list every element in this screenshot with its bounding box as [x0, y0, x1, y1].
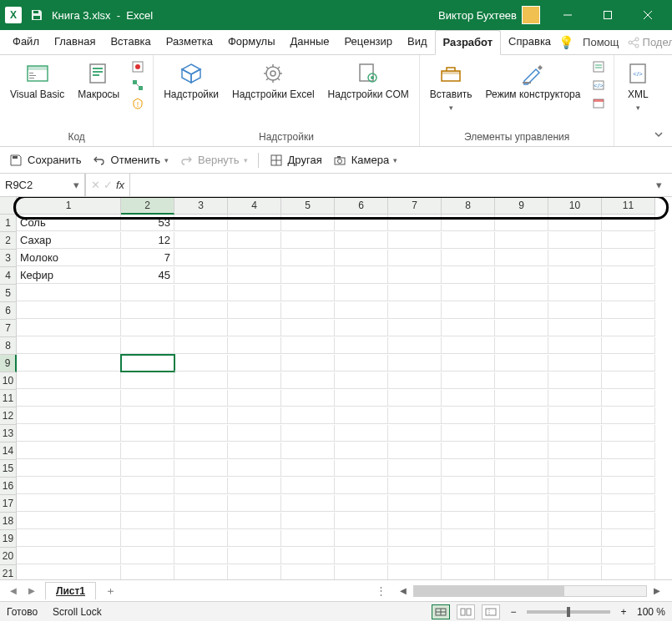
user-account[interactable]: Виктор Бухтеев: [432, 6, 547, 24]
cell[interactable]: [174, 372, 228, 389]
cell[interactable]: [442, 530, 495, 547]
cell[interactable]: [388, 548, 442, 564]
cell[interactable]: [17, 390, 121, 407]
cell[interactable]: [442, 407, 495, 424]
row-header[interactable]: 17: [0, 495, 17, 513]
cell[interactable]: [495, 565, 548, 579]
cell[interactable]: [174, 442, 228, 459]
row-header[interactable]: 20: [0, 548, 17, 565]
formula-input[interactable]: ▾: [130, 174, 672, 196]
column-header[interactable]: 11: [602, 197, 655, 215]
cell[interactable]: [388, 478, 442, 494]
properties-button[interactable]: [590, 58, 607, 75]
cell[interactable]: Соль: [17, 215, 121, 231]
cell[interactable]: [174, 267, 228, 284]
cell[interactable]: [335, 460, 388, 477]
save-button[interactable]: Сохранить: [8, 153, 82, 168]
cell[interactable]: [495, 355, 548, 372]
tab-review[interactable]: Рецензир: [337, 30, 401, 54]
cell[interactable]: [281, 355, 335, 372]
cell[interactable]: [281, 513, 335, 529]
row-header[interactable]: 7: [0, 320, 17, 337]
cell[interactable]: [548, 372, 602, 389]
cell[interactable]: [548, 425, 602, 442]
tab-data[interactable]: Данные: [283, 30, 337, 54]
row-header[interactable]: 18: [0, 513, 17, 530]
share-button[interactable]: Поделиться: [628, 36, 672, 48]
cell[interactable]: [17, 372, 121, 389]
cell[interactable]: [495, 478, 548, 494]
cell[interactable]: [17, 495, 121, 512]
cell[interactable]: [281, 530, 335, 547]
row-header[interactable]: 9: [0, 355, 17, 372]
cell[interactable]: [442, 460, 495, 477]
cell[interactable]: [228, 355, 281, 372]
cell[interactable]: [335, 285, 388, 301]
row-header[interactable]: 11: [0, 390, 17, 407]
cell[interactable]: [17, 548, 121, 564]
cell[interactable]: [388, 407, 442, 424]
cell[interactable]: [602, 442, 655, 459]
cell[interactable]: [548, 565, 602, 579]
column-header[interactable]: 1: [17, 197, 121, 215]
normal-view-button[interactable]: [432, 604, 450, 619]
cell[interactable]: [388, 285, 442, 301]
row-header[interactable]: 15: [0, 460, 17, 478]
cell[interactable]: [442, 513, 495, 529]
redo-button[interactable]: Вернуть ▾: [179, 153, 248, 168]
row-header[interactable]: 1: [0, 215, 17, 232]
cell[interactable]: [228, 390, 281, 407]
cell[interactable]: [121, 548, 174, 564]
enter-formula-button[interactable]: ✓: [104, 179, 113, 191]
cell[interactable]: [121, 390, 174, 407]
cell[interactable]: [281, 425, 335, 442]
cell[interactable]: [174, 215, 228, 231]
cell[interactable]: [228, 285, 281, 301]
cell[interactable]: [442, 232, 495, 249]
cell[interactable]: [548, 355, 602, 372]
tab-layout[interactable]: Разметка: [159, 30, 220, 54]
cell[interactable]: [388, 460, 442, 477]
cell[interactable]: [388, 267, 442, 284]
cell[interactable]: 45: [121, 267, 174, 284]
cell[interactable]: [495, 548, 548, 564]
cell[interactable]: [281, 302, 335, 319]
cell[interactable]: [281, 478, 335, 494]
cell[interactable]: [174, 337, 228, 354]
cell[interactable]: [174, 548, 228, 564]
cell[interactable]: [281, 372, 335, 389]
cell[interactable]: [335, 425, 388, 442]
cell[interactable]: [174, 355, 228, 372]
cell[interactable]: [121, 302, 174, 319]
cell[interactable]: [17, 565, 121, 579]
cell[interactable]: [442, 565, 495, 579]
cell[interactable]: [388, 250, 442, 266]
hscroll-right-button[interactable]: ►: [650, 584, 664, 598]
cell[interactable]: [548, 320, 602, 336]
cell[interactable]: [17, 425, 121, 442]
cell[interactable]: [228, 478, 281, 494]
select-all-corner[interactable]: [0, 197, 17, 215]
cell[interactable]: [495, 267, 548, 284]
com-addins-button[interactable]: Надстройки COM: [325, 58, 412, 103]
cell[interactable]: [281, 232, 335, 249]
cell[interactable]: [121, 478, 174, 494]
cell[interactable]: [548, 548, 602, 564]
cell[interactable]: [495, 232, 548, 249]
cell[interactable]: [17, 302, 121, 319]
cell[interactable]: [228, 407, 281, 424]
cell[interactable]: [388, 425, 442, 442]
cell[interactable]: [602, 513, 655, 529]
cell[interactable]: [335, 302, 388, 319]
cell[interactable]: [121, 442, 174, 459]
cell[interactable]: [602, 460, 655, 477]
cell[interactable]: [602, 407, 655, 424]
cell[interactable]: [281, 285, 335, 301]
cell[interactable]: [548, 390, 602, 407]
cell[interactable]: [548, 232, 602, 249]
cell[interactable]: [602, 285, 655, 301]
cell[interactable]: [335, 530, 388, 547]
cell[interactable]: [174, 460, 228, 477]
column-header[interactable]: 6: [335, 197, 388, 215]
cell[interactable]: [388, 530, 442, 547]
